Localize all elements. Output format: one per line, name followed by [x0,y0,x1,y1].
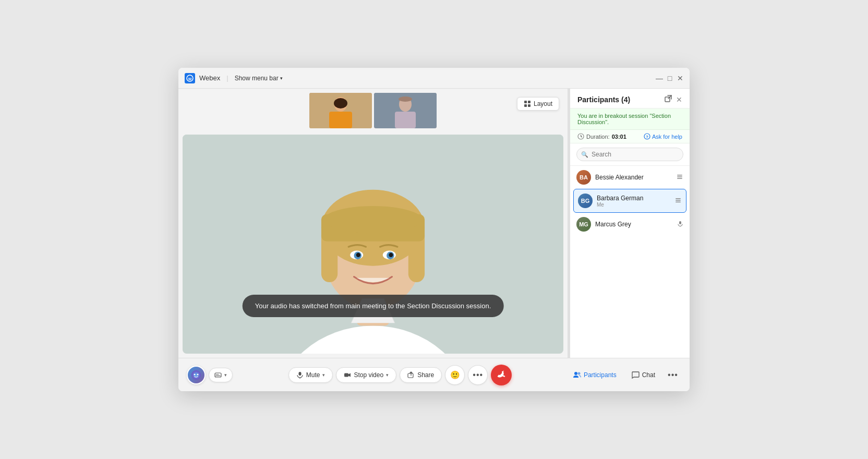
svg-point-41 [191,370,201,380]
participant-info-bessie: Bessie Alexander [595,174,672,181]
duration-value: 03:01 [612,134,626,140]
toolbar-left: ▾ [187,366,233,384]
more-toolbar-button[interactable]: ••• [665,367,681,383]
breakout-notice: You are in breakout session "Section Dis… [570,108,690,130]
more-toolbar-icon: ••• [668,370,678,380]
video-area: Layout [178,89,568,358]
sidebar-header-icons: ✕ [665,95,682,104]
avatar-barbara: BG [578,194,593,208]
svg-rect-13 [528,104,531,107]
participants-sidebar: Participants (4) ✕ You are in breakout s… [570,89,690,358]
participant-item-bessie[interactable]: BA Bessie Alexander [570,166,690,189]
more-options-button[interactable]: ••• [468,365,488,385]
layout-button[interactable]: Layout [517,97,559,111]
svg-rect-37 [676,200,681,201]
svg-rect-44 [215,373,221,377]
search-box: 🔍 [570,143,690,166]
svg-rect-47 [298,372,301,376]
participant-name-barbara: Barbara German [597,195,670,202]
share-icon [407,371,415,379]
menu-bar-toggle[interactable]: Show menu bar ▾ [235,75,283,82]
share-button[interactable]: Share [400,367,442,383]
svg-rect-11 [528,101,531,103]
mic-icon-marcus [677,221,683,228]
reactions-button[interactable]: 🙂 [445,365,465,385]
end-call-button[interactable] [491,365,512,385]
svg-rect-4 [329,112,352,128]
popout-button[interactable] [665,95,672,104]
microphone-icon [296,371,304,379]
stop-video-button[interactable]: Stop video ▾ [336,367,396,383]
svg-rect-38 [676,202,681,203]
participant-sub-barbara: Me [597,202,670,208]
captions-chevron-icon: ▾ [224,372,227,378]
sidebar-title: Participants (4) [577,95,665,104]
close-button[interactable]: ✕ [677,75,683,81]
svg-rect-36 [676,198,681,199]
thumbnail-participant-2[interactable] [374,93,437,128]
chat-button[interactable]: Chat [626,368,660,382]
layout-icon [524,100,531,107]
reactions-icon: 🙂 [450,370,460,380]
session-duration: Duration: 03:01 [577,133,626,140]
app-window: W Webex | Show menu bar ▾ — □ ✕ [178,68,690,391]
participant-info-barbara: Barbara German Me [597,195,670,208]
svg-point-5 [334,98,347,108]
avatar-bessie: BA [576,170,591,185]
title-bar: W Webex | Show menu bar ▾ — □ ✕ [178,68,690,89]
thumbnail-strip [309,93,437,128]
video-icon [344,371,351,379]
main-content: Layout [178,89,690,358]
maximize-button[interactable]: □ [667,75,673,81]
participants-list: BA Bessie Alexander [570,166,690,358]
svg-rect-33 [677,175,682,176]
toolbar-center: Mute ▾ Stop video ▾ Share 🙂 [237,365,563,385]
svg-point-42 [194,373,196,375]
help-icon: ? [644,133,650,140]
svg-rect-10 [524,101,527,103]
mute-button[interactable]: Mute ▾ [288,367,333,383]
window-controls: — □ ✕ [656,75,683,81]
svg-text:W: W [188,77,192,80]
captions-button[interactable]: ▾ [209,368,233,382]
avatar-marcus: MG [576,217,591,232]
participant-info-marcus: Marcus Grey [595,221,673,228]
minimize-button[interactable]: — [656,75,662,81]
svg-point-52 [577,372,580,375]
ai-assistant-avatar[interactable] [187,366,206,384]
participant-icons-bessie [676,173,683,182]
clock-icon [577,133,584,140]
svg-point-51 [574,372,577,375]
webex-logo: W [185,73,195,83]
participant-name-bessie: Bessie Alexander [595,174,672,181]
chat-icon [631,371,640,379]
sidebar-header: Participants (4) ✕ [570,89,690,108]
title-divider: | [226,74,228,82]
svg-point-9 [399,96,412,102]
participant-options-icon-barbara [674,197,682,205]
end-call-icon [497,370,506,380]
search-wrapper: 🔍 [576,148,683,161]
svg-rect-8 [395,112,416,128]
toolbar-right: Participants Chat ••• [568,367,681,383]
more-icon: ••• [473,370,483,380]
close-panel-button[interactable]: ✕ [676,95,682,104]
svg-point-43 [197,373,199,375]
bottom-toolbar: ▾ Mute ▾ Stop video ▾ [178,358,690,391]
svg-rect-34 [677,176,682,177]
participants-button[interactable]: Participants [568,368,622,382]
participant-options-icon [676,173,683,182]
chevron-down-icon: ▾ [280,76,283,81]
participant-item-marcus[interactable]: MG Marcus Grey [570,213,690,236]
svg-point-27 [356,253,360,257]
svg-rect-35 [677,178,682,179]
thumbnail-participant-1[interactable] [309,93,372,128]
title-bar-left: W Webex | Show menu bar ▾ [185,73,283,83]
svg-text:?: ? [646,135,648,139]
participant-search-input[interactable] [576,148,683,161]
participant-item-barbara[interactable]: BG Barbara German Me [573,189,686,213]
ask-for-help-button[interactable]: ? Ask for help [644,133,682,140]
video-chevron-icon: ▾ [386,372,389,378]
participant-icons-marcus [677,221,683,228]
audio-notification: Your audio has switched from main meetin… [243,295,504,317]
